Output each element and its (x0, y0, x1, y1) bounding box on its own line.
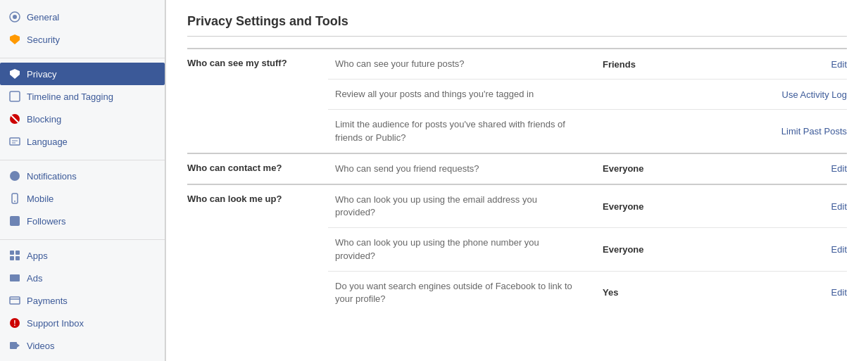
svg-point-10 (10, 171, 20, 181)
svg-rect-7 (10, 138, 20, 145)
table-row: Who can look me up? Who can look you up … (187, 184, 847, 228)
sidebar-label-apps: Apps (27, 251, 48, 261)
edit-link[interactable]: Edit (831, 163, 847, 174)
section-header-contact-me: Who can contact me? (187, 153, 328, 184)
edit-link[interactable]: Edit (831, 287, 847, 298)
apps-icon (8, 249, 21, 262)
svg-rect-15 (15, 251, 20, 255)
row-value: Everyone (589, 153, 673, 184)
section-header-look-me-up: Who can look me up? (187, 184, 328, 314)
sidebar: General Security Privacy (0, 0, 165, 361)
sidebar-item-general[interactable]: General (0, 6, 165, 28)
sidebar-label-language: Language (27, 137, 68, 147)
sidebar-label-security: Security (27, 34, 60, 45)
sidebar-label-notifications: Notifications (27, 171, 77, 182)
shield-icon (8, 33, 21, 46)
notification-icon (8, 170, 21, 182)
row-action: Edit (673, 184, 847, 228)
sidebar-item-videos[interactable]: Videos (0, 334, 165, 357)
svg-rect-19 (10, 297, 20, 304)
sidebar-item-security[interactable]: Security (0, 28, 165, 51)
mobile-icon (8, 192, 21, 205)
edit-link[interactable]: Edit (831, 201, 847, 212)
ads-icon (8, 272, 21, 284)
sidebar-item-privacy[interactable]: Privacy (0, 63, 165, 85)
row-value: Everyone (589, 228, 673, 271)
settings-table: Who can see my stuff? Who can see your f… (187, 48, 847, 314)
row-value: Yes (589, 271, 673, 314)
svg-rect-11 (12, 194, 18, 203)
svg-text:!: ! (13, 319, 15, 327)
table-row: Who can see my stuff? Who can see your f… (187, 49, 847, 80)
svg-rect-16 (10, 256, 14, 260)
table-row: Who can contact me? Who can send you fri… (187, 153, 847, 184)
sidebar-item-mobile[interactable]: Mobile (0, 187, 165, 210)
sidebar-label-general: General (27, 12, 59, 23)
sidebar-label-ads: Ads (27, 273, 42, 284)
edit-link[interactable]: Edit (831, 59, 847, 70)
sidebar-label-privacy: Privacy (27, 69, 57, 80)
row-value: Friends (589, 49, 673, 80)
sidebar-item-timeline[interactable]: Timeline and Tagging (0, 85, 165, 108)
row-value: Everyone (589, 184, 673, 228)
svg-rect-14 (10, 251, 14, 255)
limit-posts-link[interactable]: Limit Past Posts (781, 126, 847, 137)
block-icon (8, 113, 21, 125)
svg-rect-23 (10, 342, 17, 349)
timeline-icon (8, 90, 21, 103)
svg-point-1 (13, 15, 17, 19)
sidebar-label-followers: Followers (27, 216, 66, 227)
row-value (589, 80, 673, 110)
row-action: Edit (673, 49, 847, 80)
svg-marker-3 (10, 69, 20, 79)
sidebar-item-blocking[interactable]: Blocking (0, 108, 165, 130)
section-look-me-up: Who can look me up? Who can look you up … (187, 184, 847, 314)
row-description: Who can look you up using the phone numb… (328, 228, 589, 271)
svg-rect-13 (10, 216, 20, 226)
sidebar-label-timeline: Timeline and Tagging (27, 91, 113, 102)
svg-rect-4 (10, 91, 20, 101)
support-icon: ! (8, 317, 21, 329)
row-action: Use Activity Log (673, 80, 847, 110)
row-description: Who can send you friend requests? (328, 153, 589, 184)
sidebar-section-notifications: Notifications Mobile Followers (0, 165, 165, 235)
sidebar-label-mobile: Mobile (27, 194, 54, 204)
row-description: Who can see your future posts? (328, 49, 589, 80)
section-contact-me: Who can contact me? Who can send you fri… (187, 153, 847, 184)
row-action: Edit (673, 228, 847, 271)
sidebar-item-support[interactable]: ! Support Inbox (0, 312, 165, 334)
sidebar-section-apps: Apps Ads Payments (0, 244, 165, 360)
gear-icon (8, 11, 21, 23)
sidebar-label-support: Support Inbox (27, 318, 84, 329)
edit-link[interactable]: Edit (831, 244, 847, 255)
row-action: Limit Past Posts (673, 110, 847, 153)
svg-rect-17 (15, 256, 20, 260)
videos-icon (8, 339, 21, 352)
page-title: Privacy Settings and Tools (187, 14, 847, 37)
sidebar-label-blocking: Blocking (27, 114, 61, 125)
sidebar-item-payments[interactable]: Payments (0, 289, 165, 312)
sidebar-item-notifications[interactable]: Notifications (0, 165, 165, 187)
sidebar-label-videos: Videos (27, 341, 55, 351)
payments-icon (8, 294, 21, 307)
row-description: Do you want search engines outside of Fa… (328, 271, 589, 314)
lock-icon (8, 68, 21, 80)
row-value (589, 110, 673, 153)
followers-icon (8, 215, 21, 227)
row-description: Review all your posts and things you're … (328, 80, 589, 110)
row-action: Edit (673, 153, 847, 184)
language-icon (8, 135, 21, 148)
sidebar-item-followers[interactable]: Followers (0, 210, 165, 232)
row-action: Edit (673, 271, 847, 314)
main-content: Privacy Settings and Tools Who can see m… (165, 0, 868, 361)
row-description: Limit the audience for posts you've shar… (328, 110, 589, 153)
sidebar-label-payments: Payments (27, 296, 68, 306)
svg-marker-24 (17, 343, 20, 348)
row-description: Who can look you up using the email addr… (328, 184, 589, 228)
section-see-stuff: Who can see my stuff? Who can see your f… (187, 49, 847, 153)
activity-log-link[interactable]: Use Activity Log (782, 89, 848, 100)
sidebar-item-apps[interactable]: Apps (0, 244, 165, 267)
section-header-see-stuff: Who can see my stuff? (187, 49, 328, 153)
sidebar-item-ads[interactable]: Ads (0, 267, 165, 289)
sidebar-item-language[interactable]: Language (0, 130, 165, 153)
